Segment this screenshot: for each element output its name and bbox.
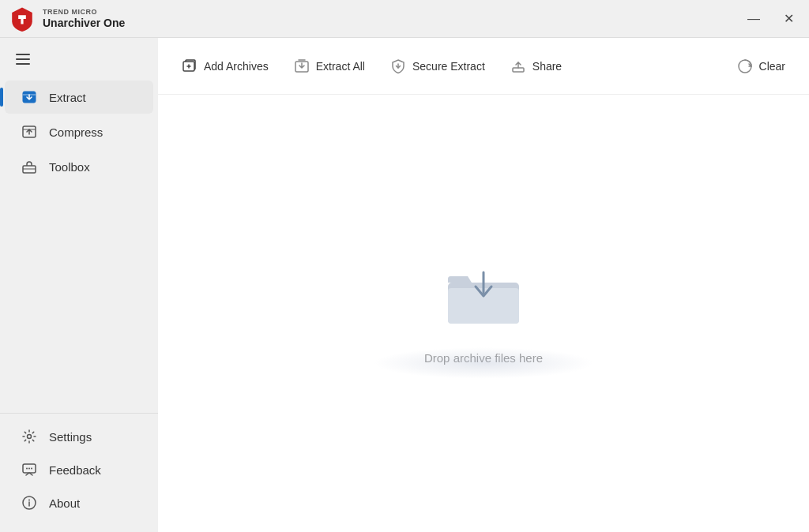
sidebar-item-feedback-label: Feedback [49, 463, 101, 477]
extract-icon [21, 88, 38, 106]
hamburger-button[interactable] [13, 51, 33, 68]
sidebar-item-settings[interactable]: Settings [5, 420, 153, 453]
folder-icon-container [444, 263, 523, 326]
sidebar-item-compress[interactable]: Compress [5, 115, 153, 148]
app-title-block: TREND MICRO Unarchiver One [43, 8, 125, 30]
sidebar-item-extract-label: Extract [49, 91, 86, 104]
share-label: Share [532, 60, 562, 73]
svg-point-7 [28, 468, 30, 470]
toolbar: Add Archives Extract All [158, 38, 809, 95]
share-icon [510, 58, 526, 74]
add-archives-button[interactable]: Add Archives [171, 52, 280, 81]
sidebar-item-feedback[interactable]: Feedback [5, 453, 153, 486]
clear-button[interactable]: Clear [726, 52, 796, 81]
add-archives-label: Add Archives [204, 60, 269, 73]
add-icon [182, 58, 198, 74]
share-button[interactable]: Share [499, 52, 573, 81]
extract-all-icon [294, 58, 310, 74]
compress-icon [21, 123, 38, 140]
feedback-icon [21, 461, 38, 478]
sidebar-item-settings-label: Settings [49, 430, 92, 444]
content-area: Add Archives Extract All [158, 38, 809, 532]
svg-point-11 [28, 500, 30, 501]
settings-icon [21, 428, 38, 445]
extract-all-button[interactable]: Extract All [283, 52, 376, 81]
titlebar-controls: — ✕ [743, 8, 800, 30]
titlebar: TREND MICRO Unarchiver One — ✕ [0, 0, 809, 38]
drop-area[interactable]: Drop archive files here [158, 95, 809, 532]
svg-point-6 [26, 468, 28, 470]
app-name: Unarchiver One [43, 17, 125, 30]
hamburger-line-3 [16, 63, 30, 65]
sidebar-nav: Extract Compress [0, 77, 158, 413]
sidebar-item-compress-label: Compress [49, 126, 103, 139]
sidebar-top [0, 44, 158, 77]
folder-drop-icon [444, 263, 523, 326]
app-brand: TREND MICRO [43, 8, 125, 17]
toolbox-icon [21, 158, 38, 175]
titlebar-left: TREND MICRO Unarchiver One [9, 6, 125, 32]
sidebar-item-toolbox[interactable]: Toolbox [5, 150, 153, 183]
secure-extract-icon [390, 58, 406, 74]
clear-label: Clear [759, 60, 785, 73]
about-icon [21, 494, 38, 511]
main-layout: Extract Compress [0, 38, 809, 532]
svg-point-4 [28, 435, 32, 439]
secure-extract-button[interactable]: Secure Extract [379, 52, 496, 81]
svg-point-8 [31, 468, 32, 470]
sidebar: Extract Compress [0, 38, 158, 532]
sidebar-item-toolbox-label: Toolbox [49, 160, 90, 174]
sidebar-item-about[interactable]: About [5, 486, 153, 519]
secure-extract-label: Secure Extract [412, 60, 485, 73]
clear-icon [737, 58, 753, 74]
drop-ellipse [373, 347, 594, 379]
app-logo [9, 6, 35, 32]
sidebar-item-about-label: About [49, 496, 80, 510]
close-button[interactable]: ✕ [777, 8, 800, 30]
extract-all-label: Extract All [316, 60, 365, 73]
hamburger-line-2 [16, 58, 30, 60]
sidebar-item-extract[interactable]: Extract [5, 81, 153, 114]
hamburger-line-1 [16, 54, 30, 55]
minimize-button[interactable]: — [743, 8, 765, 30]
sidebar-bottom: Settings Feedback [0, 413, 158, 526]
